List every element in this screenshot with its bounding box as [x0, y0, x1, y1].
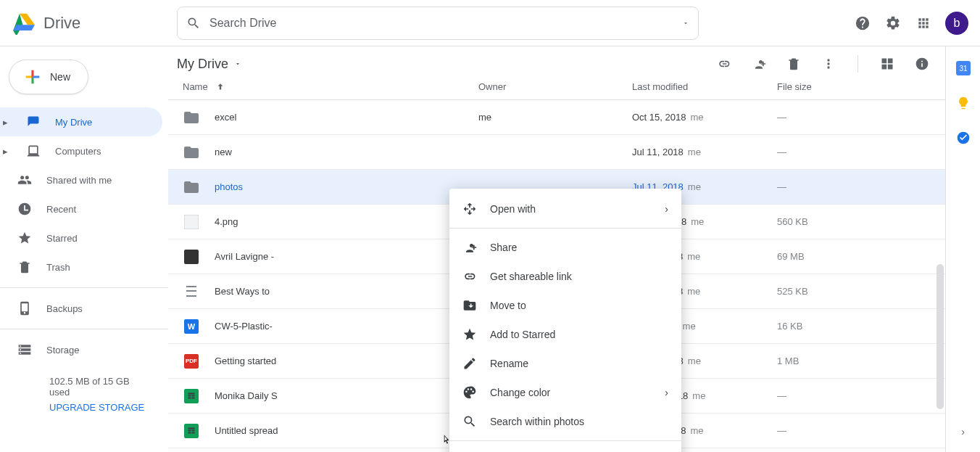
file-name: Getting started: [215, 356, 276, 366]
upgrade-storage-link[interactable]: UPGRADE STORAGE: [49, 402, 151, 413]
sidebar-item-label: Starred: [46, 233, 78, 244]
file-size: 16 KB: [777, 321, 931, 332]
search-placeholder: Search Drive: [209, 17, 682, 30]
column-owner[interactable]: Owner: [478, 81, 632, 92]
ctx-rename[interactable]: Rename: [449, 349, 681, 378]
scrollbar[interactable]: [937, 264, 944, 409]
sidebar-item-computers[interactable]: ▸ Computers: [0, 136, 162, 165]
ctx-add-starred[interactable]: Add to Starred: [449, 320, 681, 349]
ctx-open-with[interactable]: Open with ›: [449, 194, 681, 223]
file-row[interactable]: excelmeOct 15, 2018 me—: [168, 100, 945, 135]
rail-expand-icon[interactable]: ›: [961, 426, 965, 437]
share-icon: [462, 240, 477, 255]
file-size: 525 KB: [777, 286, 931, 297]
file-size: 1 MB: [777, 356, 931, 366]
sidebar-item-label: Computers: [55, 146, 101, 157]
sidebar-item-recent[interactable]: Recent: [0, 194, 162, 223]
delete-icon[interactable]: [785, 55, 802, 73]
ctx-move-to[interactable]: Move to: [449, 291, 681, 320]
chevron-right-icon: ▸: [3, 146, 12, 157]
file-type-icon: [183, 144, 200, 161]
sidebar-item-starred[interactable]: Starred: [0, 223, 162, 252]
chevron-down-icon: [234, 60, 241, 67]
right-rail: 31 ›: [945, 46, 980, 452]
rename-icon: [462, 356, 477, 371]
sidebar-item-label: My Drive: [55, 117, 92, 128]
sidebar-item-label: Storage: [46, 345, 80, 356]
avatar-letter: b: [954, 17, 960, 30]
ctx-view-details[interactable]: View details: [449, 445, 681, 452]
storage-usage-text: 102.5 MB of 15 GB used: [49, 376, 151, 398]
ctx-change-color[interactable]: Change color›: [449, 378, 681, 407]
ctx-search-within[interactable]: Search within photos: [449, 407, 681, 436]
storage-icon: [17, 342, 32, 357]
sidebar-item-storage[interactable]: Storage: [0, 335, 162, 364]
drive-logo-icon: [12, 12, 35, 35]
more-icon[interactable]: [820, 55, 837, 73]
file-type-icon: PDF: [183, 353, 200, 370]
app-header: Drive Search Drive b: [0, 0, 980, 46]
shared-icon: [17, 173, 32, 187]
search-dropdown-icon[interactable]: [682, 20, 689, 27]
file-size: —: [777, 112, 931, 123]
tasks-icon[interactable]: [956, 131, 971, 145]
chevron-right-icon: ▸: [3, 117, 12, 128]
sidebar-item-shared[interactable]: Shared with me: [0, 165, 162, 194]
sidebar-item-label: Trash: [46, 262, 70, 273]
apps-icon[interactable]: [915, 15, 932, 32]
file-name: photos: [215, 181, 243, 192]
sidebar-item-label: Backups: [46, 303, 83, 314]
file-type-icon: [183, 283, 200, 300]
sidebar-item-my-drive[interactable]: ▸ My Drive: [0, 107, 162, 136]
column-modified[interactable]: Last modified: [632, 81, 777, 92]
sidebar-item-backups[interactable]: Backups: [0, 294, 162, 323]
file-type-icon: [183, 213, 200, 231]
file-name: 4.png: [215, 216, 238, 227]
file-name: Best Ways to: [215, 286, 270, 297]
avatar[interactable]: b: [945, 12, 968, 35]
header-actions: b: [854, 12, 968, 35]
file-modified: Oct 15, 2018 me: [632, 112, 777, 123]
ctx-share[interactable]: Share: [449, 233, 681, 262]
file-type-icon: [183, 387, 200, 405]
search-bar[interactable]: Search Drive: [177, 7, 699, 40]
file-area: My Drive Name Owner Last modified File: [168, 46, 945, 452]
breadcrumb[interactable]: My Drive: [177, 57, 241, 72]
file-size: —: [777, 425, 931, 436]
file-name: Avril Lavigne -: [215, 251, 274, 262]
file-row[interactable]: newJul 11, 2018 me—: [168, 135, 945, 170]
sort-arrow-icon: [215, 82, 225, 92]
details-icon[interactable]: [913, 55, 931, 73]
file-owner: me: [478, 112, 632, 123]
keep-icon[interactable]: [956, 96, 971, 110]
file-name: Untitled spread: [215, 425, 278, 436]
share-icon[interactable]: [750, 55, 768, 73]
settings-icon[interactable]: [884, 15, 902, 32]
help-icon[interactable]: [854, 15, 871, 32]
backups-icon: [17, 301, 32, 316]
svg-text:31: 31: [959, 65, 968, 73]
grid-view-icon[interactable]: [879, 55, 896, 73]
star-icon: [462, 327, 477, 342]
search-icon: [462, 414, 477, 429]
sidebar: New ▸ My Drive ▸ Computers Shared with m…: [0, 46, 168, 452]
ctx-get-link[interactable]: Get shareable link: [449, 262, 681, 291]
context-menu: Open with › Share Get shareable link Mov…: [449, 189, 681, 452]
calendar-icon[interactable]: 31: [956, 61, 971, 75]
file-size: —: [777, 181, 931, 192]
breadcrumb-title: My Drive: [177, 57, 228, 72]
file-size: 69 MB: [777, 251, 931, 262]
get-link-icon[interactable]: [715, 55, 733, 73]
file-modified: Jul 11, 2018 me: [632, 147, 777, 157]
new-button[interactable]: New: [9, 59, 88, 94]
sidebar-item-label: Shared with me: [46, 175, 112, 186]
search-icon: [186, 16, 201, 30]
file-name: Monika Daily S: [215, 390, 278, 401]
product-name: Drive: [43, 14, 80, 33]
column-size[interactable]: File size: [777, 81, 931, 92]
star-icon: [17, 231, 32, 245]
file-size: 560 KB: [777, 216, 931, 227]
recent-icon: [17, 202, 32, 216]
sidebar-item-trash[interactable]: Trash: [0, 252, 162, 282]
column-name[interactable]: Name: [183, 81, 478, 92]
